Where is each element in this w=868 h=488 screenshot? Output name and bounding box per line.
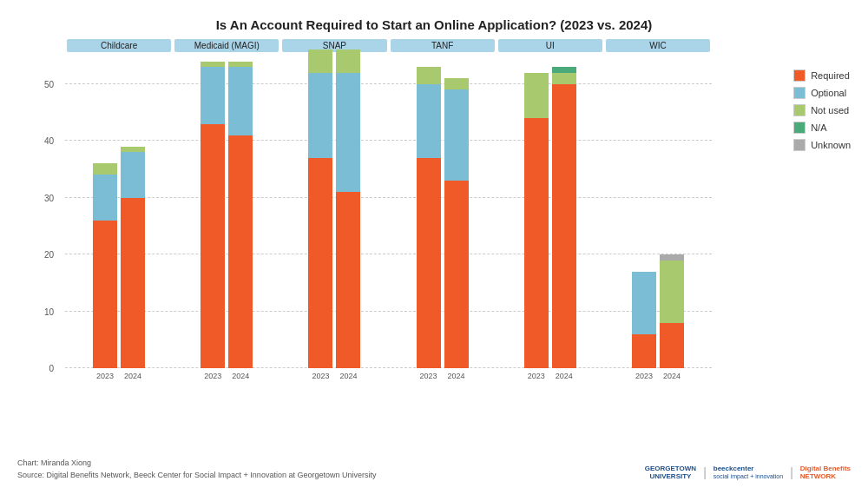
- legend-item: Optional: [793, 87, 851, 99]
- category-label: WIC: [606, 39, 710, 52]
- bar-group: [65, 56, 173, 368]
- x-group: 20232024: [280, 372, 388, 380]
- x-tick: 2024: [552, 372, 576, 380]
- legend-swatch: [793, 87, 806, 99]
- bar-segment-not_used: [552, 73, 576, 84]
- bar-stack: [336, 49, 360, 368]
- y-tick: 20: [44, 250, 57, 260]
- x-group: 20232024: [173, 372, 280, 380]
- category-label: Medicaid (MAGI): [174, 39, 279, 52]
- legend-item: Not used: [793, 104, 851, 116]
- y-tick: 40: [44, 136, 57, 146]
- bar-group: [173, 56, 280, 368]
- bar-segment-not_used: [417, 67, 441, 84]
- bar-segment-required: [444, 181, 469, 368]
- bar-segment-optional: [93, 175, 117, 220]
- dbn-logo: Digital BenefitsNETWORK: [800, 465, 851, 480]
- bar-segment-required: [632, 334, 656, 368]
- bar-stack: [201, 62, 225, 368]
- chart-container: Is An Account Required to Start an Onlin…: [0, 0, 868, 488]
- bar-segment-required: [308, 158, 332, 368]
- bar-stack: [444, 78, 469, 368]
- bar-group: [604, 56, 712, 368]
- legend-label: N/A: [811, 122, 826, 133]
- footer-logos: GEORGETOWNUNIVERSITY | beeckcentersocial…: [645, 465, 851, 481]
- y-axis: 01020304050: [22, 56, 61, 368]
- x-tick: 2024: [336, 372, 360, 380]
- bar-segment-optional: [444, 89, 469, 181]
- bar-segment-required: [121, 198, 145, 368]
- bar-stack: [632, 272, 656, 368]
- legend-label: Required: [811, 70, 850, 81]
- bar-group: [280, 56, 388, 368]
- legend-label: Not used: [811, 105, 849, 115]
- bar-stack: [524, 73, 549, 368]
- bar-segment-optional: [336, 73, 360, 192]
- legend-item: N/A: [793, 122, 851, 134]
- category-label: UI: [498, 39, 602, 52]
- category-label: SNAP: [282, 39, 386, 52]
- bar-segment-optional: [121, 152, 145, 197]
- bar-segment-optional: [228, 67, 253, 135]
- legend-swatch: [793, 104, 806, 116]
- x-tick: 2024: [121, 372, 145, 380]
- footer-text: Chart: Miranda Xiong Source: Digital Ben…: [17, 458, 376, 481]
- bar-stack: [93, 163, 117, 368]
- x-tick: 2023: [201, 372, 225, 380]
- bar-stack: [660, 254, 684, 368]
- bar-stack: [308, 49, 332, 368]
- bar-segment-required: [201, 124, 225, 368]
- x-tick: 2023: [632, 372, 656, 380]
- category-label: Childcare: [67, 39, 171, 52]
- bar-segment-not_used: [336, 49, 360, 72]
- bar-segment-required: [660, 323, 684, 368]
- x-group: 20232024: [496, 372, 604, 380]
- y-tick: 50: [44, 80, 57, 89]
- category-labels: ChildcareMedicaid (MAGI)SNAPTANFUIWIC: [65, 39, 712, 52]
- bar-stack: [121, 147, 145, 368]
- bar-stack: [417, 67, 441, 368]
- bar-segment-required: [228, 135, 253, 368]
- y-tick: 10: [44, 307, 57, 317]
- bar-segment-not_used: [660, 260, 684, 323]
- x-tick: 2023: [93, 372, 117, 380]
- x-labels: 2023202420232024202320242023202420232024…: [65, 372, 712, 380]
- x-group: 20232024: [389, 372, 496, 380]
- legend-item: Unknown: [793, 139, 851, 151]
- bar-segment-optional: [201, 67, 225, 123]
- x-group: 20232024: [604, 372, 712, 380]
- category-label: TANF: [391, 39, 495, 52]
- footer: Chart: Miranda Xiong Source: Digital Ben…: [17, 458, 851, 481]
- bar-segment-required: [417, 158, 441, 368]
- bar-segment-required: [524, 118, 549, 368]
- x-tick: 2024: [660, 372, 684, 380]
- x-tick: 2024: [228, 372, 253, 380]
- legend-item: Required: [793, 69, 851, 82]
- bar-segment-required: [552, 84, 576, 368]
- bar-group: [389, 56, 496, 368]
- legend-swatch: [793, 69, 806, 82]
- bar-group: [496, 56, 604, 368]
- bar-segment-not_used: [93, 163, 117, 175]
- x-tick: 2023: [417, 372, 441, 380]
- bar-segment-optional: [632, 272, 656, 334]
- chart-title: Is An Account Required to Start an Onlin…: [17, 17, 851, 32]
- x-tick: 2023: [308, 372, 332, 380]
- bar-stack: [228, 62, 253, 368]
- legend: RequiredOptionalNot usedN/AUnknown: [793, 69, 851, 151]
- bar-segment-required: [93, 221, 117, 368]
- legend-swatch: [793, 139, 806, 151]
- beeck-logo: beeckcentersocial impact + innovation: [713, 465, 783, 480]
- georgetown-logo: GEORGETOWNUNIVERSITY: [645, 465, 696, 481]
- y-tick: 30: [44, 194, 57, 203]
- legend-label: Optional: [811, 88, 846, 98]
- legend-label: Unknown: [811, 140, 851, 150]
- bar-segment-not_used: [444, 78, 469, 89]
- legend-swatch: [793, 122, 806, 134]
- x-tick: 2024: [444, 372, 469, 380]
- x-group: 20232024: [65, 372, 173, 380]
- bar-stack: [552, 67, 576, 368]
- bar-segment-not_used: [308, 49, 332, 72]
- bars-area: [65, 56, 712, 368]
- x-tick: 2023: [524, 372, 549, 380]
